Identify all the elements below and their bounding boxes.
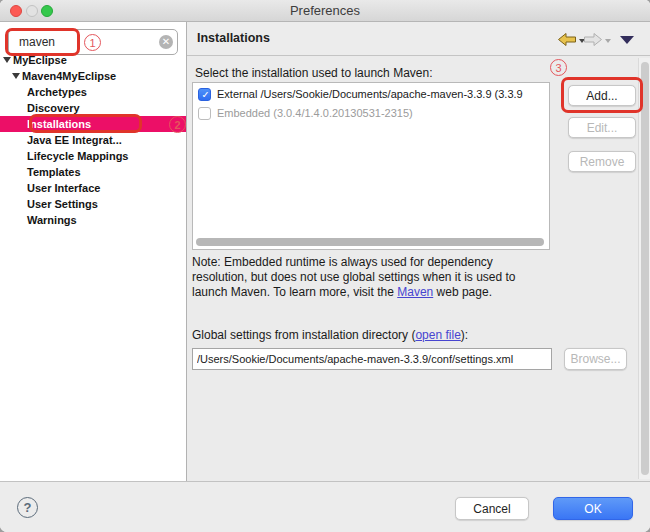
back-arrow-icon[interactable]: [558, 33, 576, 46]
tree-item-maven4myeclipse[interactable]: Maven4MyEclipse: [0, 68, 186, 84]
page-header: Installations: [187, 22, 650, 56]
global-settings-path-input[interactable]: [192, 348, 552, 370]
tree-item-user-settings[interactable]: User Settings: [0, 196, 186, 212]
installations-list[interactable]: External /Users/Sookie/Documents/apache-…: [192, 82, 550, 250]
annotation-circle-2: 2: [169, 116, 186, 133]
tree-item-lifecycle-mappings[interactable]: Lifecycle Mappings: [0, 148, 186, 164]
view-menu-icon[interactable]: [620, 36, 634, 44]
open-file-link[interactable]: open file: [415, 328, 460, 342]
forward-arrow-icon: [584, 33, 602, 46]
tree-item-archetypes[interactable]: Archetypes: [0, 84, 186, 100]
list-item-embedded-maven[interactable]: Embedded (3.0.4/1.4.0.20130531-2315): [198, 105, 549, 121]
tree-item-warnings[interactable]: Warnings: [0, 212, 186, 228]
annotation-circle-3: 3: [550, 59, 567, 76]
tree-item-discovery[interactable]: Discovery: [0, 100, 186, 116]
annotation-circle-1: 1: [84, 34, 101, 51]
footer-bar: ? Cancel OK: [0, 481, 650, 532]
installations-panel: Installations Select the installation us…: [187, 22, 650, 481]
global-settings-label: Global settings from installation direct…: [192, 328, 468, 342]
clear-search-icon[interactable]: ✕: [159, 35, 173, 49]
main-area: ✕ 1 MyEclipse Maven4MyEclipse Archetypes…: [0, 22, 650, 481]
title-bar: Preferences: [0, 0, 650, 22]
page-title: Installations: [197, 31, 270, 45]
vertical-scrollbar[interactable]: [638, 58, 650, 479]
chevron-expanded-icon[interactable]: [3, 57, 11, 63]
browse-button: Browse...: [564, 348, 627, 370]
embedded-runtime-note: Note: Embedded runtime is always used fo…: [192, 255, 570, 300]
tree-item-installations[interactable]: Installations 2: [0, 116, 186, 132]
horizontal-scrollbar[interactable]: [196, 238, 544, 246]
sidebar: ✕ 1 MyEclipse Maven4MyEclipse Archetypes…: [0, 22, 187, 481]
checkbox-unchecked-icon[interactable]: [198, 107, 211, 120]
ok-button[interactable]: OK: [553, 497, 633, 520]
maven-web-page-link[interactable]: Maven: [397, 285, 433, 299]
vertical-scrollbar-thumb[interactable]: [641, 62, 649, 475]
tree-item-javaee-integration[interactable]: Java EE Integrat...: [0, 132, 186, 148]
add-button[interactable]: Add...: [568, 85, 636, 106]
list-item-external-maven[interactable]: External /Users/Sookie/Documents/apache-…: [198, 86, 549, 102]
help-icon[interactable]: ?: [17, 497, 38, 518]
remove-button: Remove: [568, 151, 636, 172]
note-line-2: resolution, but does not use global sett…: [192, 270, 570, 285]
cancel-button[interactable]: Cancel: [455, 497, 529, 520]
tree-item-myeclipse[interactable]: MyEclipse: [0, 52, 186, 68]
installations-content: Select the installation used to launch M…: [187, 56, 650, 481]
preferences-window: Preferences ✕ 1 MyEclipse Maven4MyEclips…: [0, 0, 650, 532]
checkbox-checked-icon[interactable]: [198, 88, 211, 101]
preferences-tree: MyEclipse Maven4MyEclipse Archetypes Dis…: [0, 52, 186, 228]
note-line-1: Note: Embedded runtime is always used fo…: [192, 255, 570, 270]
select-installation-label: Select the installation used to launch M…: [195, 66, 432, 80]
tree-item-user-interface[interactable]: User Interface: [0, 180, 186, 196]
forward-history-dropdown-icon: [605, 39, 611, 43]
chevron-expanded-icon[interactable]: [12, 73, 20, 79]
note-line-3: launch Maven. To learn more, visit the M…: [192, 285, 570, 300]
tree-item-templates[interactable]: Templates: [0, 164, 186, 180]
edit-button: Edit...: [568, 117, 636, 138]
window-title: Preferences: [0, 3, 650, 18]
